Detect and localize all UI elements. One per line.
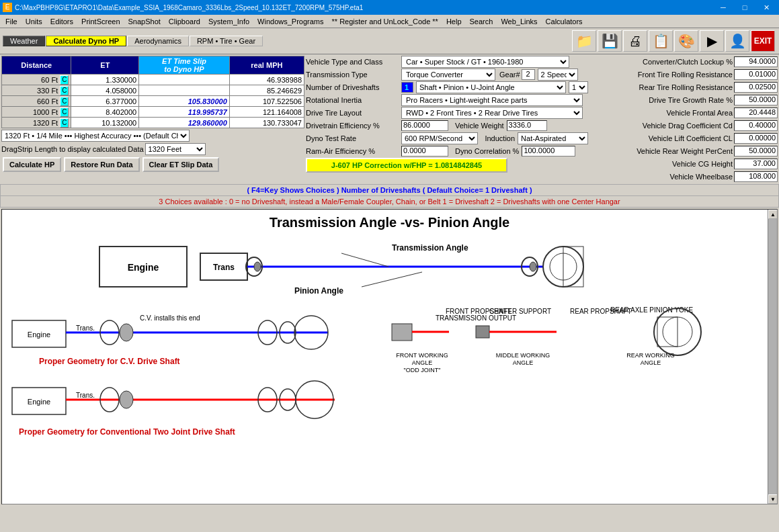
menu-register[interactable]: ** Register and UnLock_Code ** — [328, 17, 442, 26]
drag-coef-value: 0.40000 — [734, 120, 778, 131]
minimize-button[interactable]: ─ — [713, 1, 733, 13]
middle-panel: Vehicle Type and Class Car • Super Stock… — [306, 56, 588, 183]
c-btn-1320ft[interactable]: C — [60, 118, 69, 128]
vehicle-type-select[interactable]: Car • Super Stock / GT • 1960-1980 — [401, 56, 569, 68]
dyno-row: Dyno Test Rate 600 RPM/Second Induction … — [306, 132, 588, 144]
menu-weblinks[interactable]: Web_Links — [497, 17, 541, 26]
exit-icon-button[interactable]: EXIT — [751, 30, 775, 52]
rear-tire-rr-row: Rear Tire Rolling Resistance 0.02500 — [589, 81, 778, 93]
trans3-label: Trans. — [76, 392, 95, 399]
help-bar-2: 3 Choices available : 0 = no Driveshaft,… — [0, 196, 779, 208]
trans-output-label: TRANSMISSION OUTPUT — [436, 314, 516, 322]
engine3-label: Engine — [28, 398, 50, 406]
app-icon: E — [3, 3, 12, 12]
print-icon-button[interactable]: 🖨 — [623, 30, 647, 52]
rear-weight-value: 50.0000 — [734, 146, 778, 157]
save-icon-button[interactable]: 💾 — [598, 30, 622, 52]
dyno-corr-label: Dyno Correlation % — [455, 147, 519, 155]
vertical-scrollbar[interactable]: ▲ ▼ — [768, 210, 777, 504]
gear-speed-select[interactable]: 2 Speed — [538, 69, 578, 81]
menu-windows[interactable]: Windows_Programs — [253, 17, 327, 26]
table-row: 330 Ft C 4.058000 85.246629 — [2, 85, 304, 96]
menu-help[interactable]: Help — [442, 17, 466, 26]
calculate-hp-button[interactable]: Calculate HP — [3, 157, 61, 172]
frontal-area-label: Vehicle Frontal Area — [589, 109, 733, 117]
table-row: 1000 Ft C 8.402000 119.995737 121.164008 — [2, 107, 304, 118]
dyno-test-select[interactable]: 600 RPM/Second — [401, 132, 478, 144]
vehicle-weight-value: 3336.0 — [507, 120, 547, 131]
table-row: 60 Ft C 1.330000 46.938988 — [2, 75, 304, 85]
wheelbase-row: Vehicle Wheelbase 108.000 — [589, 171, 778, 183]
cv-label: C.V. installs this end — [140, 314, 200, 322]
trans2-label: Trans. — [76, 324, 95, 332]
col-slip: ET Time Slipto Dyno HP — [139, 56, 230, 75]
scroll-down-button[interactable]: ▼ — [768, 494, 778, 504]
ram-air-value: 0.0000 — [401, 146, 448, 157]
ram-air-label: Ram-Air Efficiency % — [306, 147, 400, 155]
rear-weight-row: Vehicle Rear Weight PerCent 50.0000 — [589, 145, 778, 157]
scroll-up-button[interactable]: ▲ — [768, 210, 778, 219]
c-btn-60ft[interactable]: C — [60, 75, 69, 85]
drivetrain-label: Drivetrain Efficiency % — [306, 122, 400, 130]
close-button[interactable]: ✕ — [756, 1, 776, 13]
calc-dyno-button[interactable]: Calculate Dyno HP — [46, 36, 126, 46]
induction-select[interactable]: Nat-Aspirated — [518, 132, 588, 144]
header-nav: Weather Calculate Dyno HP Aerodynamics R… — [1, 35, 569, 47]
front-tire-rr-label: Front Tire Rolling Resistance — [589, 71, 733, 79]
svg-text:ANGLE: ANGLE — [513, 359, 534, 366]
lift-coef-label: Vehicle Lift Coefficient CL — [589, 134, 733, 142]
dyno-test-label: Dyno Test Rate — [306, 134, 400, 142]
front-tire-rr-row: Front Tire Rolling Resistance 0.01000 — [589, 69, 778, 81]
engine2-label: Engine — [28, 330, 50, 339]
maximize-button[interactable]: □ — [735, 1, 755, 13]
cg-height-label: Vehicle CG Height — [589, 160, 733, 168]
color-icon-button[interactable]: 🎨 — [674, 30, 698, 52]
menu-clipboard[interactable]: Clipboard — [165, 17, 204, 26]
rear-axle-yoke-label: REAR AXLE PINION YOKE — [610, 306, 694, 314]
vehicle-type-label: Vehicle Type and Class — [306, 58, 400, 66]
dragstrip-dropdown[interactable]: 1320 Ft • 1/4 Mile ••• Highest Accuracy … — [1, 130, 190, 142]
shaft-angle-select[interactable]: 1 — [569, 81, 588, 93]
left-panel: Distance ET ET Time Slipto Dyno HP real … — [1, 56, 304, 183]
rpm-tire-gear-button[interactable]: RPM • Tire • Gear — [190, 36, 263, 46]
drive-layout-select[interactable]: RWD • 2 Front Tires • 2 Rear Drive Tires — [401, 107, 583, 119]
svg-point-33 — [120, 391, 133, 408]
rot-inertia-select[interactable]: Pro Racers • Light-weight Race parts — [401, 94, 583, 106]
trans-angle-label: Transmission Angle — [392, 243, 468, 253]
menu-search[interactable]: Search — [466, 17, 497, 26]
aerodynamics-button[interactable]: Aerodynamics — [127, 36, 189, 46]
shaft-type-select[interactable]: Shaft • Pinion • U-Joint Angle — [416, 81, 566, 93]
driveshaft-value: 1 — [401, 82, 413, 93]
menu-sysinfo[interactable]: System_Info — [204, 17, 253, 26]
main-content: Distance ET ET Time Slipto Dyno HP real … — [0, 54, 779, 184]
restore-run-data-button[interactable]: Restore Run Data — [64, 157, 139, 172]
et-data-table: Distance ET ET Time Slipto Dyno HP real … — [1, 56, 304, 128]
menu-units[interactable]: Units — [22, 17, 46, 26]
transmission-select[interactable]: Torque Converter — [401, 69, 495, 81]
j607-button[interactable]: J-607 HP Correction w/FHP = 1.0814842845 — [306, 158, 507, 173]
menu-snapshot[interactable]: SnapShot — [124, 17, 165, 26]
menu-file[interactable]: File — [1, 17, 22, 26]
copy-icon-button[interactable]: 📋 — [649, 30, 673, 52]
conventional-label: Proper Geometry for Conventional Two Joi… — [19, 427, 235, 437]
vehicle-weight-label: Vehicle Weight — [455, 122, 504, 130]
gear-label: Gear# — [499, 71, 520, 79]
middle-working-label: MIDDLE WORKING — [496, 352, 550, 359]
c-btn-660ft[interactable]: C — [60, 97, 69, 106]
menu-calculators[interactable]: Calculators — [542, 17, 587, 26]
transmission-label: Transmission Type — [306, 71, 400, 79]
clear-et-slip-button[interactable]: Clear ET Slip Data — [142, 157, 220, 172]
menu-bar: File Units Editors PrintScreen SnapShot … — [0, 15, 779, 28]
folder-icon-button[interactable]: 📁 — [572, 30, 596, 52]
user-icon-button[interactable]: 👤 — [725, 30, 749, 52]
trans-label: Trans — [213, 263, 235, 272]
menu-editors[interactable]: Editors — [46, 17, 77, 26]
menu-printscreen[interactable]: PrintScreen — [77, 17, 124, 26]
dragstrip-length-select[interactable]: 1320 Feet — [145, 143, 206, 155]
weather-button[interactable]: Weather — [3, 36, 45, 46]
table-row: 1320 Ft C 10.132000 129.860000 130.73304… — [2, 118, 304, 128]
c-btn-1000ft[interactable]: C — [60, 107, 69, 117]
wheelbase-label: Vehicle Wheelbase — [589, 173, 733, 181]
play-icon-button[interactable]: ▶ — [700, 30, 724, 52]
c-btn-330ft[interactable]: C — [60, 86, 69, 95]
